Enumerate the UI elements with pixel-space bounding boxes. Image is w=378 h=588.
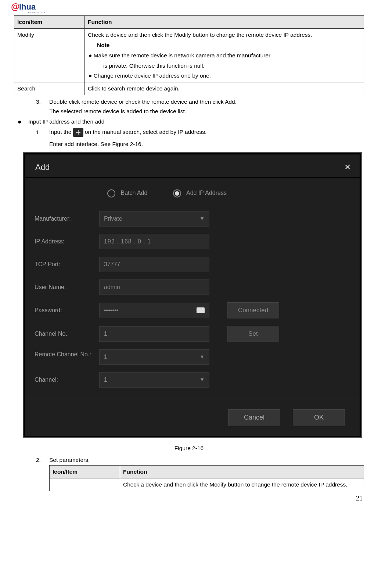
step-1-post: on the manual search, select add by IP a… — [85, 129, 206, 135]
port-input[interactable]: 37777 — [99, 257, 209, 272]
row-remote-channel: Remote Channel No.: 1 ▼ — [25, 346, 360, 368]
step-1: 1. Input the on the manual search, selec… — [36, 128, 364, 137]
page-number: 21 — [14, 493, 364, 504]
note-line-2: ● Change remote device IP address one by… — [89, 71, 361, 81]
add-dialog: Add ✕ Batch Add Add IP Address Manufactu… — [25, 154, 360, 436]
row-channel: Channel: 1 ▼ — [25, 368, 360, 391]
cell-search-desc: Click to search remote device again. — [85, 82, 364, 95]
chevron-down-icon: ▼ — [199, 376, 205, 384]
plus-icon — [73, 128, 83, 137]
user-label: User Name: — [35, 283, 93, 292]
figure-caption: Figure 2-16 — [14, 444, 364, 453]
radio-icon — [107, 189, 115, 197]
brand-logo: @ lhua TECHNOLOGY — [11, 1, 364, 14]
dialog-title: Add — [35, 161, 50, 174]
channel-no-input[interactable]: 1 — [99, 326, 209, 342]
bullet-icon: ● — [18, 118, 22, 125]
chevron-down-icon: ▼ — [199, 353, 205, 361]
select-value: 1 — [104, 353, 107, 362]
cancel-button[interactable]: Cancel — [228, 409, 280, 426]
row-ip: IP Address: 192 . 168 . 0 . 1 — [25, 230, 360, 253]
note-line-1-sub: is private. Otherwise this function is n… — [103, 61, 361, 71]
password-label: Password: — [35, 306, 93, 315]
row-port: TCP Port: 37777 — [25, 253, 360, 276]
dialog-titlebar: Add ✕ — [25, 154, 360, 178]
add-mode-radios: Batch Add Add IP Address — [25, 178, 360, 207]
th-icon: Icon/Item — [50, 466, 120, 478]
cell-search-label: Search — [14, 82, 85, 95]
function-table-2: Icon/Item Function Check a device and th… — [49, 465, 364, 491]
radio-icon — [173, 189, 181, 197]
svg-text:lhua: lhua — [19, 2, 36, 11]
row-channel-no: Channel No.: 1 Set — [25, 322, 360, 346]
channel-label: Channel: — [35, 375, 93, 385]
chevron-down-icon: ▼ — [199, 215, 205, 223]
th-icon: Icon/Item — [14, 16, 85, 29]
set-button[interactable]: Set — [227, 326, 279, 342]
dialog-footer: Cancel OK — [25, 399, 360, 428]
radio-label: Batch Add — [120, 190, 147, 196]
row-modify: Modify Check a device and then click the… — [14, 28, 364, 82]
step-number: 2. — [36, 456, 43, 464]
ip-value: 192 . 168 . 0 . 1 — [104, 237, 151, 246]
row-password: Password: ••••••• Connected — [25, 299, 360, 322]
figure-2-16: Add ✕ Batch Add Add IP Address Manufactu… — [23, 152, 362, 438]
note-line-1: ● Make sure the remote device is network… — [89, 50, 361, 61]
radio-batch-add[interactable]: Batch Add — [107, 189, 147, 198]
user-value: admin — [104, 283, 120, 292]
user-input[interactable]: admin — [99, 279, 209, 295]
channel-no-value: 1 — [104, 329, 107, 339]
row-manufacturer: Manufacturer: Private ▼ — [25, 207, 360, 230]
th-function: Function — [85, 16, 364, 29]
table-row: Check a device and then click the Modify… — [50, 478, 364, 491]
cell-icon — [50, 478, 120, 491]
radio-add-ip[interactable]: Add IP Address — [173, 189, 227, 198]
svg-text:@: @ — [11, 1, 19, 11]
select-value: Private — [104, 214, 122, 224]
remote-channel-label: Remote Channel No.: — [35, 349, 93, 359]
ip-input[interactable]: 192 . 168 . 0 . 1 — [99, 234, 209, 249]
step-1-pre: Input the — [49, 129, 73, 135]
step-number: 3. — [36, 97, 43, 106]
channel-select[interactable]: 1 ▼ — [99, 372, 209, 388]
connected-status: Connected — [227, 302, 279, 318]
step-2: 2. Set parameters. — [36, 456, 364, 464]
radio-label: Add IP Address — [186, 190, 227, 196]
row-user: User Name: admin — [25, 276, 360, 299]
modify-desc: Check a device and then click the Modify… — [88, 30, 361, 40]
cell-modify-desc: Check a device and then click the Modify… — [85, 28, 364, 82]
manufacturer-label: Manufacturer: — [35, 214, 93, 224]
step-2-text: Set parameters. — [49, 456, 364, 464]
password-value: ••••••• — [104, 306, 118, 315]
step-1-text: Input the on the manual search, select a… — [49, 128, 364, 137]
port-label: TCP Port: — [35, 260, 93, 269]
port-value: 37777 — [104, 260, 120, 269]
bullet-text: Input IP address and then add — [28, 117, 104, 126]
ip-label: IP Address: — [35, 237, 93, 246]
cell-modify-label: Modify — [14, 28, 85, 82]
step-3-text: Double click remote device or check the … — [49, 97, 364, 106]
manufacturer-select[interactable]: Private ▼ — [99, 211, 209, 227]
password-input[interactable]: ••••••• — [99, 303, 209, 318]
select-value: 1 — [104, 375, 107, 385]
ok-button[interactable]: OK — [293, 409, 345, 426]
remote-channel-select[interactable]: 1 ▼ — [99, 349, 209, 365]
step-number: 1. — [36, 128, 43, 137]
cell-desc: Check a device and then click the Modify… — [120, 478, 364, 491]
bullet-input-ip: ● Input IP address and then add — [18, 117, 364, 126]
step-3: 3. Double click remote device or check t… — [36, 97, 364, 106]
th-function: Function — [120, 466, 364, 478]
row-search: Search Click to search remote device aga… — [14, 82, 364, 95]
step-1-sub: Enter add interface. See Figure 2-16. — [49, 140, 364, 149]
keyboard-icon[interactable] — [197, 307, 205, 313]
note-title: Note — [97, 40, 361, 50]
step-3-sub: The selected remote device is added to t… — [49, 107, 364, 116]
function-table-1: Icon/Item Function Modify Check a device… — [14, 15, 364, 95]
svg-text:TECHNOLOGY: TECHNOLOGY — [26, 11, 46, 14]
channel-no-label: Channel No.: — [35, 329, 93, 339]
close-icon[interactable]: ✕ — [344, 161, 351, 174]
